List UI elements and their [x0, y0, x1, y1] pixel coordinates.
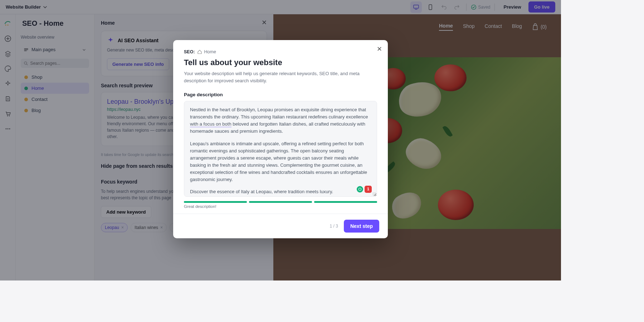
grammar-highlight: with a focus on both — [190, 121, 231, 127]
modal-title: Tell us about your website — [184, 58, 377, 67]
seo-label: SEO: — [184, 49, 195, 54]
description-para: Nestled in the heart of Brooklyn, Leopau… — [190, 106, 371, 135]
step-indicator: 1 / 3 — [330, 224, 338, 229]
home-icon — [197, 49, 202, 54]
modal-breadcrumb: SEO: Home — [184, 49, 377, 54]
description-textarea[interactable]: Nestled in the heart of Brooklyn, Leopau… — [184, 101, 377, 197]
seo-wizard-modal: ✕ SEO: Home Tell us about your website Y… — [173, 40, 388, 238]
strength-bar — [184, 201, 247, 203]
page-name: Home — [204, 49, 216, 54]
strength-bar — [314, 201, 377, 203]
strength-meter — [184, 201, 377, 203]
resize-handle[interactable] — [372, 192, 376, 196]
next-step-button[interactable]: Next step — [344, 220, 379, 233]
description-para: Leopau's ambiance is intimate and upscal… — [190, 140, 371, 184]
modal-footer: 1 / 3 Next step — [173, 214, 388, 238]
error-count-badge[interactable]: 1 — [365, 186, 372, 193]
modal-close-button[interactable]: ✕ — [377, 45, 382, 53]
grammarly-icon[interactable] — [357, 186, 363, 192]
grammar-badges: 1 — [357, 186, 372, 193]
description-para: Discover the essence of Italy at Leopau,… — [190, 188, 371, 195]
svg-point-12 — [359, 188, 361, 191]
modal-subtitle: Your website description will help us ge… — [184, 70, 377, 84]
strength-bar — [249, 201, 312, 203]
field-label: Page description — [184, 92, 377, 97]
strength-label: Great description! — [184, 204, 377, 209]
